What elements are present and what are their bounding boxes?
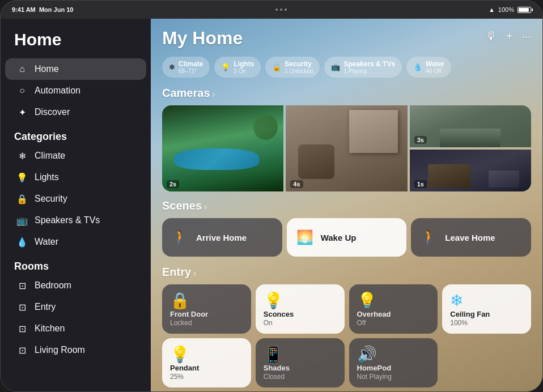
lights-icon: 💡: [16, 172, 28, 183]
sidebar-automation-label: Automation: [35, 86, 80, 96]
camera-office[interactable]: 4s: [286, 105, 407, 191]
wake-up-label: Wake Up: [321, 233, 357, 242]
cameras-grid: 2s 3s 1s: [162, 105, 531, 191]
sidebar-item-automation[interactable]: ○ Automation: [5, 80, 146, 101]
voice-button[interactable]: 🎙: [486, 30, 497, 43]
chip-speakers[interactable]: 📺 Speakers & TVs 1 Playing: [324, 57, 402, 78]
sidebar-item-speakers[interactable]: 📺 Speakers & TVs: [5, 210, 146, 231]
scene-wake-up[interactable]: 🌅 Wake Up: [287, 218, 407, 257]
chip-lights-label: Lights: [234, 60, 254, 68]
sidebar-item-lights[interactable]: 💡 Lights: [5, 167, 146, 188]
bedroom-icon: ⊡: [16, 280, 28, 291]
ceiling-fan-name: Ceiling Fan: [450, 310, 523, 319]
ceiling-fan-icon: ❄: [450, 291, 523, 310]
sidebar-item-bedroom[interactable]: ⊡ Bedroom: [5, 275, 146, 296]
camera-office-label: 4s: [290, 180, 303, 188]
arrive-home-icon: 🚶: [171, 229, 189, 245]
camera-gym-label: 1s: [414, 180, 427, 188]
scenes-section-header[interactable]: Scenes ›: [162, 199, 531, 212]
scenes-title: Scenes: [162, 199, 202, 212]
sidebar-item-climate[interactable]: ❄ Climate: [5, 145, 146, 167]
device-ceiling-fan[interactable]: ❄ Ceiling Fan 100%: [442, 284, 531, 334]
wake-up-icon: 🌅: [296, 229, 314, 245]
more-button[interactable]: ···: [521, 30, 531, 43]
sidebar-item-living[interactable]: ⊡ Living Room: [5, 339, 146, 361]
main-content: My Home 🎙 + ··· ❄ Climate 68–72°: [151, 19, 542, 391]
overhead-icon: 💡: [357, 291, 430, 310]
living-icon: ⊡: [16, 344, 28, 356]
sidebar-item-entry[interactable]: ⊡ Entry: [5, 296, 146, 318]
camera-driveway[interactable]: 3s: [410, 105, 531, 147]
chip-security-label: Security: [285, 60, 313, 68]
add-button[interactable]: +: [506, 30, 513, 43]
entry-section-header[interactable]: Entry ›: [162, 266, 531, 279]
scene-arrive-home[interactable]: 🚶 Arrive Home: [162, 218, 282, 257]
sconces-status: On: [264, 319, 337, 327]
camera-gym[interactable]: 1s: [410, 150, 531, 191]
device-front-door[interactable]: 🔒 Front Door Locked: [162, 284, 251, 334]
scene-leave-home[interactable]: 🚶 Leave Home: [411, 218, 531, 257]
sidebar-home-label: Home: [35, 64, 59, 74]
front-door-name: Front Door: [170, 310, 243, 319]
device-shades[interactable]: 📱 Shades Closed: [256, 338, 345, 387]
status-right: ▲ 100%: [489, 6, 531, 13]
entry-room-icon: ⊡: [16, 301, 28, 313]
chip-speakers-icon: 📺: [331, 63, 340, 71]
front-door-icon: 🔒: [170, 291, 243, 310]
discover-icon: ✦: [16, 106, 28, 118]
sidebar-bedroom-label: Bedroom: [35, 280, 71, 291]
chip-climate-label: Climate: [179, 60, 203, 68]
leave-home-icon: 🚶: [420, 229, 438, 245]
arrive-home-label: Arrive Home: [196, 233, 247, 242]
device-overhead[interactable]: 💡 Overhead Off: [349, 284, 438, 334]
homepod-icon: 🔊: [357, 345, 430, 364]
chip-security-icon: 🔒: [272, 63, 281, 71]
chip-security-sub: 1 Unlocked: [285, 68, 313, 74]
page-title: My Home: [162, 28, 243, 49]
camera-pool[interactable]: 2s: [162, 105, 283, 191]
sidebar-item-home[interactable]: ⌂ Home: [5, 58, 146, 80]
home-indicator: [162, 387, 531, 391]
entry-title: Entry: [162, 266, 191, 279]
device-pendant[interactable]: 💡 Pendant 25%: [162, 338, 251, 387]
sidebar-water-label: Water: [35, 237, 58, 247]
automation-icon: ○: [16, 85, 28, 96]
chip-water[interactable]: 💧 Water All Off: [406, 57, 451, 78]
sidebar-item-discover[interactable]: ✦ Discover: [5, 101, 146, 123]
sidebar-item-water[interactable]: 💧 Water: [5, 231, 146, 253]
cameras-title: Cameras: [162, 87, 210, 100]
pendant-name: Pendant: [170, 364, 243, 373]
chip-water-sub: All Off: [426, 68, 444, 74]
sconces-name: Sconces: [264, 310, 337, 319]
sidebar-item-kitchen[interactable]: ⊡ Kitchen: [5, 318, 146, 339]
device-sconces[interactable]: 💡 Sconces On: [256, 284, 345, 334]
chip-lights-sub: 3 On: [234, 68, 254, 74]
sidebar-security-label: Security: [35, 194, 67, 204]
chip-water-icon: 💧: [413, 63, 422, 71]
scenes-grid: 🚶 Arrive Home 🌅 Wake Up 🚶 Leave Home: [162, 218, 531, 257]
chip-climate-icon: ❄: [169, 63, 175, 71]
cameras-section-header[interactable]: Cameras ›: [162, 87, 531, 100]
wifi-icon: ▲: [489, 6, 495, 13]
app-container: Home ⌂ Home ○ Automation ✦ Discover Cate…: [1, 19, 542, 391]
header-actions: 🎙 + ···: [486, 28, 531, 43]
rooms-header: Rooms: [1, 253, 151, 275]
chip-climate-sub: 68–72°: [179, 68, 203, 74]
shades-name: Shades: [264, 364, 337, 373]
sidebar-lights-label: Lights: [35, 172, 59, 182]
chip-security[interactable]: 🔒 Security 1 Unlocked: [265, 57, 320, 78]
sidebar-climate-label: Climate: [35, 151, 65, 161]
water-icon: 💧: [16, 236, 28, 248]
sidebar-item-security[interactable]: 🔒 Security: [5, 188, 146, 210]
chip-lights[interactable]: 💡 Lights 3 On: [214, 57, 261, 78]
status-bar: 9:41 AM Mon Jun 10 ▲ 100%: [1, 1, 542, 19]
pendant-status: 25%: [170, 373, 243, 381]
chip-climate[interactable]: ❄ Climate 68–72°: [162, 57, 210, 78]
shades-status: Closed: [264, 373, 337, 381]
chip-speakers-sub: 1 Playing: [343, 68, 395, 74]
device-homepod[interactable]: 🔊 HomePod Not Playing: [349, 338, 438, 387]
camera-pool-label: 2s: [167, 180, 179, 188]
status-dots: [275, 8, 287, 11]
status-time: 9:41 AM Mon Jun 10: [12, 6, 73, 13]
sconces-icon: 💡: [264, 291, 337, 310]
